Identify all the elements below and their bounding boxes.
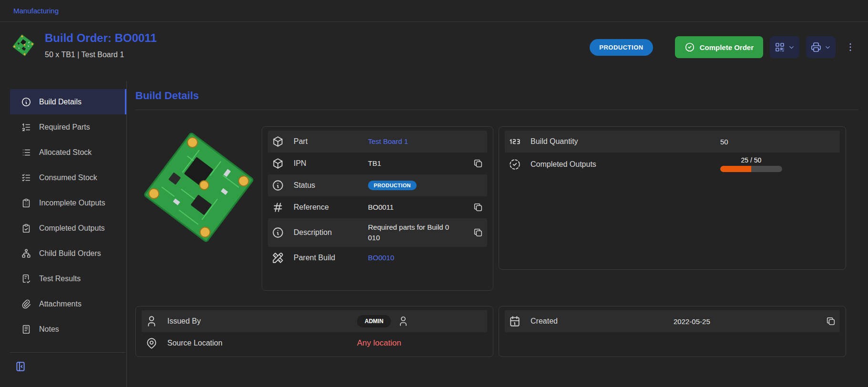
clipboard-check-icon [21,223,31,234]
source-location-value: Any location [357,338,483,348]
page-subtitle: 50 x TB1 | Test Board 1 [45,51,157,59]
copy-button[interactable] [473,227,483,238]
user-icon [398,316,409,327]
part-image[interactable] [139,127,259,247]
calendar-icon [509,315,521,327]
progress-label: 25 / 50 [741,156,762,164]
completed-outputs-progress: 25 / 50 [720,156,782,172]
sidebar-item-attachments[interactable]: Attachments [10,291,126,316]
circle-check-icon [684,42,695,52]
sidebar-item-label: Consumed Stock [39,173,97,182]
chevron-down-icon [824,44,831,51]
part-image-box [135,126,262,247]
sidebar-item-label: Incomplete Outputs [39,199,105,207]
progress-bar-track [720,166,782,172]
chevron-down-icon [788,44,795,51]
row-label: Status [294,181,337,190]
row-label: Issued By [167,317,352,326]
clipboard-list-icon [21,198,31,208]
sidebar-item-child-build-orders[interactable]: Child Build Orders [10,241,126,266]
title-block: Build Order: BO0011 50 x TB1 | Test Boar… [45,31,157,59]
status-badge: PRODUCTION [368,181,417,190]
dots-vertical-icon [845,42,856,52]
info-circle-icon [272,226,284,239]
breadcrumb: Manufacturing [0,0,868,22]
sidebar-item-label: Allocated Stock [39,148,92,157]
row-label: Source Location [167,339,352,347]
copy-icon [473,227,483,238]
print-actions-button[interactable] [806,36,836,58]
package-icon [272,157,284,170]
sidebar-item-incomplete-outputs[interactable]: Incomplete Outputs [10,190,126,215]
barcode-actions-button[interactable] [770,36,799,58]
table-row-status: Status PRODUCTION [268,174,487,196]
row-value: TB1 [368,158,450,169]
sidebar-item-label: Required Parts [39,123,90,132]
sidebar-item-consumed-stock[interactable]: Consumed Stock [10,165,126,190]
sidebar-item-notes[interactable]: Notes [10,316,126,342]
build-quantity-card: Build Quantity 50 Completed Outputs 25 /… [499,126,846,270]
page-header: Build Order: BO0011 50 x TB1 | Test Boar… [0,22,868,81]
sidebar-item-build-details[interactable]: Build Details [10,89,126,114]
table-row-source-location: Source Location Any location [142,332,487,354]
row-label: Created [531,317,669,326]
sidebar-item-test-results[interactable]: Test Results [10,266,126,291]
row-label: Build Quantity [531,137,715,146]
section-heading: Build Details [135,90,846,102]
sidebar-item-label: Completed Outputs [39,224,105,233]
row-label: Completed Outputs [531,160,715,169]
build-details-card: Part Test Board 1 IPN TB1 [262,126,493,291]
sidebar-collapse-icon [14,360,27,373]
sidebar-item-required-parts[interactable]: Required Parts [10,114,126,140]
list-numbers-icon [21,122,31,132]
admin-badge: ADMIN [357,315,391,327]
part-link[interactable]: Test Board 1 [368,136,450,147]
row-label: Parent Build [294,254,337,262]
complete-order-label: Complete Order [700,43,754,51]
row-label: Part [294,137,337,146]
complete-order-button[interactable]: Complete Order [675,36,763,58]
page-title: Build Order: BO0011 [45,31,157,45]
copy-button[interactable] [473,202,483,213]
progress-check-icon [509,158,521,171]
table-row-build-quantity: Build Quantity 50 [505,131,840,153]
sidebar-collapse-button[interactable] [14,360,31,373]
info-circle-icon [272,179,284,192]
breadcrumb-link-manufacturing[interactable]: Manufacturing [13,7,59,15]
row-value: Required parts for Build 0010 [368,222,450,243]
paperclip-icon [21,299,31,309]
heading-divider [135,110,858,110]
overflow-menu-button[interactable] [845,42,856,52]
row-label: IPN [294,159,337,168]
row-value: 50 [720,138,836,146]
list-check-icon [21,173,31,183]
copy-button[interactable] [826,316,836,326]
main-panel: Build Details Part Test Board 1 [127,81,868,387]
user-icon [145,315,158,327]
tools-icon [272,252,284,264]
table-row-completed-outputs: Completed Outputs 25 / 50 [505,153,840,176]
package-icon [272,135,284,148]
map-pin-icon [145,337,158,349]
info-circle-icon [21,97,31,107]
status-badge: PRODUCTION [590,39,653,56]
row-value: BO0011 [368,202,450,213]
qrcode-icon [774,41,786,53]
sidebar-item-label: Build Details [39,98,82,106]
clipboard-tick-icon [21,274,31,284]
sidebar-item-label: Notes [39,325,59,334]
table-row-issued-by: Issued By ADMIN [142,310,487,332]
sidebar-item-completed-outputs[interactable]: Completed Outputs [10,215,126,241]
copy-icon [473,202,483,213]
part-thumbnail-image[interactable] [11,33,35,57]
table-row-part: Part Test Board 1 [268,131,487,153]
parent-build-link[interactable]: BO0010 [368,253,450,263]
created-card: Created 2022-05-25 [499,306,846,357]
sidebar-item-allocated-stock[interactable]: Allocated Stock [10,140,126,165]
sidebar: Build Details Required Parts Allocated S… [0,81,127,387]
printer-icon [810,41,822,53]
table-row-parent-build: Parent Build BO0010 [268,247,487,269]
copy-button[interactable] [473,158,483,169]
row-label: Reference [294,203,337,212]
list-icon [21,147,31,158]
